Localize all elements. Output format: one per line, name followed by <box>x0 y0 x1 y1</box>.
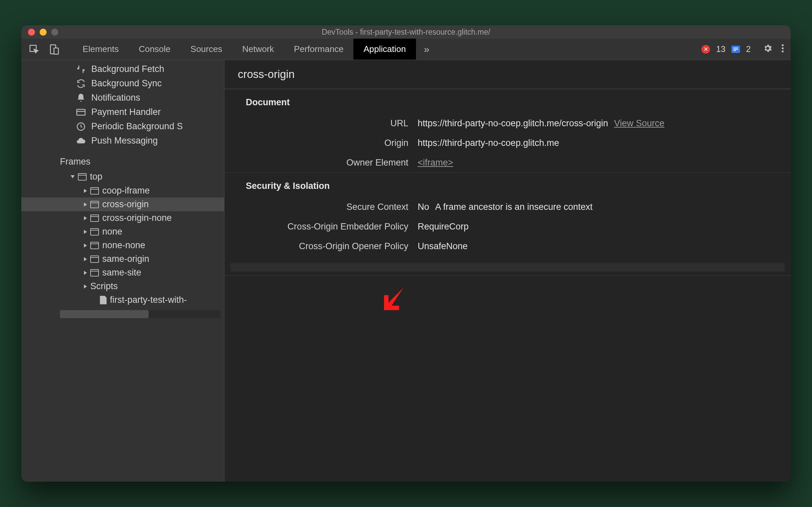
fetch-icon <box>76 64 86 74</box>
frame-icon <box>90 187 99 194</box>
settings-icon[interactable] <box>763 43 773 55</box>
svg-point-8 <box>782 50 784 52</box>
sidebar-item-push-messaging[interactable]: Push Messaging <box>21 133 224 148</box>
frame-item-label: none <box>102 227 122 237</box>
frames-section-label: Frames <box>21 148 224 170</box>
application-sidebar: Background Fetch Background Sync Notific… <box>21 60 225 482</box>
tab-elements[interactable]: Elements <box>73 39 128 60</box>
window-title: DevTools - first-party-test-with-resourc… <box>21 27 791 37</box>
info-count[interactable]: 2 <box>746 44 751 54</box>
script-file[interactable]: first-party-test-with- <box>21 293 224 307</box>
frame-scripts[interactable]: Scripts <box>21 279 224 293</box>
frame-detail-panel: cross-origin Document URL https://third-… <box>225 60 791 482</box>
sidebar-item-label: Notifications <box>91 93 140 103</box>
svg-point-6 <box>782 44 784 46</box>
detail-scrollbar[interactable] <box>230 263 785 272</box>
more-menu-icon[interactable] <box>781 44 784 55</box>
sidebar-item-label: Push Messaging <box>91 135 158 146</box>
sidebar-item-label: Periodic Background S <box>91 121 183 131</box>
sidebar-item-payment-handler[interactable]: Payment Handler <box>21 105 224 119</box>
chevron-right-icon <box>84 230 87 234</box>
sidebar-item-label: Payment Handler <box>91 107 161 117</box>
tab-console[interactable]: Console <box>128 39 180 60</box>
chevron-right-icon <box>84 189 87 193</box>
frame-item-label: cross-origin <box>102 199 149 210</box>
tab-sources[interactable]: Sources <box>180 39 232 60</box>
frame-item-none-none[interactable]: none-none <box>21 238 224 252</box>
svg-point-7 <box>782 47 784 49</box>
document-heading: Document <box>225 89 791 114</box>
sync-icon <box>76 78 86 89</box>
sidebar-item-background-sync[interactable]: Background Sync <box>21 76 224 91</box>
document-icon <box>100 296 107 304</box>
chevron-right-icon <box>84 243 87 247</box>
device-toolbar-icon[interactable] <box>49 44 59 55</box>
panel-tabs: Elements Console Sources Network Perform… <box>73 39 437 60</box>
frame-icon <box>90 201 99 208</box>
svg-rect-2 <box>54 48 58 54</box>
url-value: https://third-party-no-coep.glitch.me/cr… <box>418 118 608 128</box>
coop-value: UnsafeNone <box>418 241 468 251</box>
owner-element-link[interactable]: <iframe> <box>418 158 453 168</box>
titlebar: DevTools - first-party-test-with-resourc… <box>21 25 791 39</box>
view-source-link[interactable]: View Source <box>614 118 664 128</box>
chevron-right-icon <box>84 284 87 288</box>
origin-label: Origin <box>225 138 418 148</box>
frame-item-cross-origin-none[interactable]: cross-origin-none <box>21 211 224 225</box>
toolbar: Elements Console Sources Network Perform… <box>21 39 791 60</box>
bell-icon <box>76 93 86 103</box>
frame-icon <box>78 173 86 180</box>
frame-item-label: none-none <box>102 240 145 250</box>
inspect-element-icon[interactable] <box>28 44 39 55</box>
scripts-label: Scripts <box>90 281 118 291</box>
frame-item-coop-iframe[interactable]: coop-iframe <box>21 184 224 198</box>
cloud-icon <box>76 136 86 146</box>
chevron-right-icon <box>84 216 87 220</box>
info-badge-icon[interactable] <box>732 46 740 53</box>
chevron-down-icon <box>71 175 75 178</box>
tab-application[interactable]: Application <box>353 39 416 60</box>
sidebar-item-notifications[interactable]: Notifications <box>21 91 224 105</box>
sidebar-item-label: Background Sync <box>91 78 162 89</box>
secure-context-value: No <box>418 202 429 212</box>
frame-item-same-site[interactable]: same-site <box>21 266 224 279</box>
script-file-label: first-party-test-with- <box>110 295 187 305</box>
chevron-right-icon <box>84 271 87 275</box>
frame-item-cross-origin[interactable]: cross-origin <box>21 198 224 211</box>
coep-label: Cross-Origin Embedder Policy <box>225 222 418 232</box>
frame-item-label: cross-origin-none <box>102 213 172 223</box>
frame-item-label: same-origin <box>102 254 149 264</box>
tab-performance[interactable]: Performance <box>284 39 354 60</box>
sidebar-scrollbar[interactable] <box>60 310 221 318</box>
error-count[interactable]: 13 <box>716 44 726 54</box>
sidebar-item-label: Background Fetch <box>91 64 164 74</box>
svg-rect-5 <box>734 50 736 51</box>
tab-network[interactable]: Network <box>232 39 284 60</box>
frame-icon <box>90 215 99 222</box>
frame-icon <box>90 228 99 235</box>
chevron-right-icon <box>84 257 87 261</box>
svg-rect-9 <box>77 109 85 115</box>
owner-element-label: Owner Element <box>225 158 418 168</box>
sidebar-item-periodic-sync[interactable]: Periodic Background S <box>21 119 224 133</box>
clock-icon <box>76 122 86 131</box>
frame-item-same-origin[interactable]: same-origin <box>21 252 224 266</box>
frame-icon <box>90 256 99 263</box>
frame-item-none[interactable]: none <box>21 225 224 238</box>
chevron-right-icon <box>84 203 87 207</box>
coep-value: RequireCorp <box>418 222 469 232</box>
frame-item-label: coop-iframe <box>102 185 150 196</box>
frame-icon <box>90 242 99 249</box>
error-badge-icon[interactable]: ✕ <box>701 45 710 54</box>
svg-rect-3 <box>734 48 738 48</box>
detail-title: cross-origin <box>225 60 791 89</box>
url-label: URL <box>225 118 418 128</box>
more-tabs-icon[interactable]: » <box>416 39 438 60</box>
frame-top[interactable]: top <box>21 170 224 184</box>
svg-rect-4 <box>734 49 738 50</box>
annotation-arrow-icon <box>381 283 411 313</box>
detail-footer <box>225 276 791 284</box>
sidebar-item-background-fetch[interactable]: Background Fetch <box>21 62 224 76</box>
security-heading: Security & Isolation <box>225 173 791 197</box>
frame-label: top <box>90 172 103 182</box>
